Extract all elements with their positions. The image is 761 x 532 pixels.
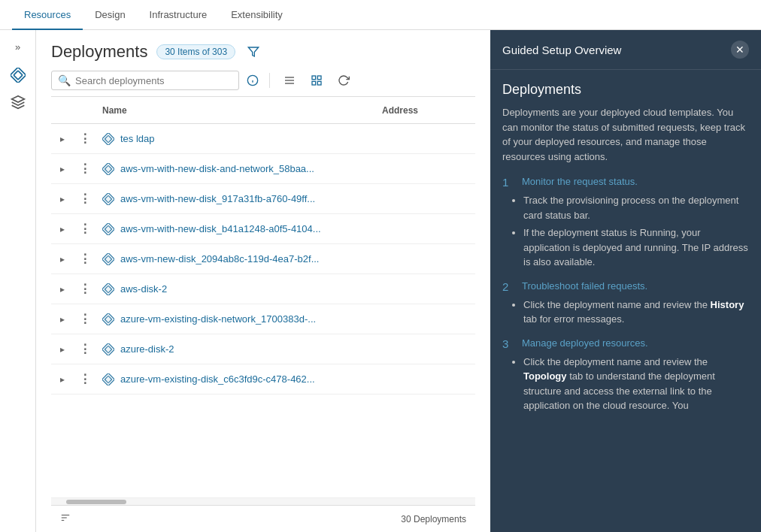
toolbar-divider [269, 73, 270, 88]
row-expand-1[interactable]: ▸ [51, 164, 74, 174]
row-expand-8[interactable]: ▸ [51, 374, 74, 385]
table-body[interactable]: ▸ ⋮ tes ldap ▸ ⋮ aws-vm-with-new-disk-an… [51, 124, 475, 497]
nav-resources[interactable]: Resources [12, 0, 83, 30]
svg-rect-17 [102, 193, 114, 205]
row-name-1[interactable]: aws-vm-with-new-disk-and-network_58baa..… [96, 163, 385, 175]
content-area: Deployments 30 Items of 303 🔍 [36, 30, 490, 532]
sidebar-toggle[interactable]: » [6, 36, 30, 57]
nav-design[interactable]: Design [83, 0, 137, 30]
svg-rect-12 [317, 81, 321, 85]
filter-icon [247, 46, 259, 58]
step-2-title: Troubleshoot failed requests. [522, 280, 647, 292]
columns-icon[interactable] [60, 512, 71, 525]
step-1-bullet-2: If the deployment status is Running, you… [523, 225, 749, 270]
svg-rect-23 [102, 283, 114, 295]
guided-panel: Guided Setup Overview ✕ Deployments Depl… [490, 30, 761, 532]
main-layout: » Deployments 30 Items of 303 [0, 30, 761, 532]
step-2-bullet-1: Click the deployment name and review the… [523, 298, 749, 327]
refresh-button[interactable] [333, 71, 354, 89]
info-icon [247, 74, 259, 86]
sidebar-item-box[interactable] [6, 90, 30, 114]
grid-view-icon [311, 74, 323, 86]
step-1-header: 1 Monitor the request status. [502, 176, 749, 189]
nav-infrastructure[interactable]: Infrastructure [138, 0, 220, 30]
step-3-bullet-1: Click the deployment name and review the… [523, 355, 749, 413]
row-name-text-8: azure-vm-existing-disk_c6c3fd9c-c478-462… [120, 373, 315, 385]
row-name-4[interactable]: aws-vm-new-disk_2094ab8c-119d-4ea7-b2f..… [96, 253, 385, 265]
row-name-text-1: aws-vm-with-new-disk-and-network_58baa..… [120, 163, 314, 174]
diamond-icon [11, 68, 26, 83]
row-name-text-3: aws-vm-with-new-disk_b41a1248-a0f5-4104.… [120, 223, 321, 234]
sidebar: » [0, 30, 36, 532]
row-menu-4[interactable]: ⋮ [74, 252, 96, 266]
table-header: Name Address [51, 97, 475, 124]
row-expand-3[interactable]: ▸ [51, 224, 74, 234]
info-button[interactable] [245, 73, 260, 88]
row-name-8[interactable]: azure-vm-existing-disk_c6c3fd9c-c478-462… [96, 373, 385, 385]
row-menu-5[interactable]: ⋮ [74, 282, 96, 296]
grid-view-button[interactable] [306, 71, 327, 89]
deployment-icon [102, 373, 114, 385]
step-3-header: 3 Manage deployed resources. [502, 337, 749, 350]
table-row: ▸ ⋮ aws-vm-with-new-disk_b41a1248-a0f5-4… [51, 214, 475, 244]
step-3: 3 Manage deployed resources. Click the d… [502, 337, 749, 413]
table-row: ▸ ⋮ aws-vm-new-disk_2094ab8c-119d-4ea7-b… [51, 244, 475, 274]
search-container: 🔍 [51, 71, 239, 90]
table-row: ▸ ⋮ tes ldap [51, 124, 475, 154]
row-menu-2[interactable]: ⋮ [74, 192, 96, 206]
toolbar: 🔍 [36, 68, 490, 96]
deployment-icon [102, 253, 114, 265]
deployment-icon [102, 313, 114, 325]
svg-rect-27 [102, 343, 114, 355]
row-menu-0[interactable]: ⋮ [74, 131, 96, 146]
step-3-num: 3 [502, 337, 514, 350]
table-row: ▸ ⋮ aws-disk-2 [51, 274, 475, 304]
row-name-5[interactable]: aws-disk-2 [96, 283, 385, 295]
row-name-text-5: aws-disk-2 [120, 283, 167, 295]
row-name-7[interactable]: azure-disk-2 [96, 343, 385, 355]
step-2: 2 Troubleshoot failed requests. Click th… [502, 280, 749, 327]
svg-rect-15 [102, 163, 114, 175]
svg-rect-9 [312, 76, 316, 80]
step-3-bullets: Click the deployment name and review the… [502, 355, 749, 413]
row-menu-7[interactable]: ⋮ [74, 342, 96, 356]
list-view-button[interactable] [279, 71, 300, 89]
row-name-text-2: aws-vm-with-new-disk_917a31fb-a760-49ff.… [120, 193, 315, 204]
deployment-icon [102, 283, 114, 295]
row-menu-8[interactable]: ⋮ [74, 372, 96, 386]
svg-rect-29 [102, 373, 114, 385]
row-name-6[interactable]: azure-vm-existing-disk-network_1700383d-… [96, 313, 385, 325]
step-1-bullet-1: Track the provisioning process on the de… [523, 193, 749, 222]
row-expand-5[interactable]: ▸ [51, 284, 74, 295]
row-expand-6[interactable]: ▸ [51, 314, 74, 325]
search-input[interactable] [75, 75, 232, 86]
svg-rect-10 [317, 76, 321, 80]
row-name-text-4: aws-vm-new-disk_2094ab8c-119d-4ea7-b2f..… [120, 253, 319, 264]
items-badge: 30 Items of 303 [156, 44, 235, 59]
row-name-0[interactable]: tes ldap [96, 133, 385, 145]
deployment-icon [102, 133, 114, 145]
row-menu-6[interactable]: ⋮ [74, 312, 96, 326]
list-view-icon [283, 74, 296, 86]
row-name-2[interactable]: aws-vm-with-new-disk_917a31fb-a760-49ff.… [96, 193, 385, 205]
panel-close-button[interactable]: ✕ [731, 41, 749, 59]
nav-extensibility[interactable]: Extensibility [219, 0, 295, 30]
svg-rect-25 [102, 313, 114, 325]
h-scroll[interactable] [51, 497, 475, 505]
table-row: ▸ ⋮ azure-vm-existing-disk-network_17003… [51, 304, 475, 334]
h-scroll-thumb [66, 500, 126, 504]
filter-button[interactable] [244, 44, 262, 59]
row-expand-0[interactable]: ▸ [51, 134, 74, 144]
table-row: ▸ ⋮ azure-disk-2 [51, 334, 475, 364]
row-expand-2[interactable]: ▸ [51, 194, 74, 204]
page-title: Deployments [51, 42, 147, 62]
row-menu-3[interactable]: ⋮ [74, 222, 96, 236]
sidebar-item-resources[interactable] [6, 63, 30, 87]
deployment-icon [102, 193, 114, 205]
deployment-icon [102, 223, 114, 235]
row-menu-1[interactable]: ⋮ [74, 162, 96, 176]
box-icon [11, 95, 26, 110]
row-expand-7[interactable]: ▸ [51, 344, 74, 355]
row-expand-4[interactable]: ▸ [51, 254, 74, 264]
row-name-3[interactable]: aws-vm-with-new-disk_b41a1248-a0f5-4104.… [96, 223, 385, 235]
